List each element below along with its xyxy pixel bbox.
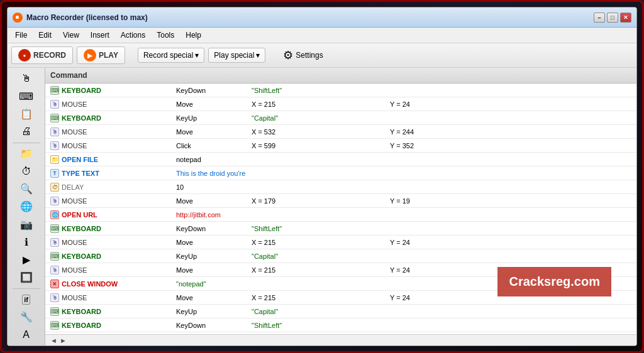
action-cell: Move xyxy=(171,265,247,275)
sidebar-item-timer[interactable]: ⏱ xyxy=(11,163,42,180)
sidebar-item-window[interactable]: 🔲 xyxy=(11,269,42,285)
menu-actions[interactable]: Actions xyxy=(116,29,150,41)
play-special-arrow: ▾ xyxy=(256,51,260,60)
cmd-cell: ⌨ KEYBOARD xyxy=(45,306,171,317)
menu-help[interactable]: Help xyxy=(180,29,206,41)
cmd-cell: 📁 OPEN FILE xyxy=(45,154,171,165)
search-icon: 🔍 xyxy=(20,183,33,195)
play-special-button[interactable]: Play special ▾ xyxy=(208,48,265,63)
action-cell: Move xyxy=(171,237,247,247)
sidebar-item-font[interactable]: A xyxy=(11,327,42,343)
record-button[interactable]: ● RECORD xyxy=(11,46,73,64)
param-cell: "Capital" xyxy=(247,113,385,123)
table-row[interactable]: 🖱 MOUSE Move X = 179 Y = 19 xyxy=(45,194,636,208)
cmd-cell: 🖱 MOUSE xyxy=(45,264,171,276)
record-label: RECORD xyxy=(33,51,66,60)
action-cell: http://jitbit.com xyxy=(171,210,247,220)
action-cell: KeyDown xyxy=(171,320,247,330)
sidebar-item-search[interactable]: 🔍 xyxy=(11,181,42,197)
table-row[interactable]: ⌨ KEYBOARD KeyDown "ShiftLeft" xyxy=(45,318,636,332)
scroll-right-btn[interactable]: ► xyxy=(60,337,67,344)
sidebar-item-if[interactable]: if xyxy=(11,291,42,308)
play-small-icon: ▶ xyxy=(23,254,30,266)
table-row[interactable]: 🌐 OPEN URL http://jitbit.com xyxy=(45,208,636,222)
table-row[interactable]: 📁 OPEN FILE notepad xyxy=(45,153,636,166)
timer-icon: ⏱ xyxy=(21,166,31,177)
sidebar-item-keyboard[interactable]: ⌨ xyxy=(11,88,42,104)
menu-file[interactable]: File xyxy=(10,29,32,41)
param-cell: X = 215 xyxy=(247,99,385,109)
sidebar-item-clipboard[interactable]: 📋 xyxy=(11,106,42,122)
mouse-icon: 🖱 xyxy=(21,73,31,84)
table-row[interactable]: 🖱 MOUSE Move X = 215 Y = 24 xyxy=(45,97,636,111)
action-cell: Move xyxy=(171,127,247,137)
sidebar-item-camera[interactable]: 📷 xyxy=(11,216,42,232)
param-cell: X = 179 xyxy=(247,196,385,206)
content-area: 🖱 ⌨ 📋 🖨 📁 ⏱ 🔍 🌐 📷 ℹ ▶ 🔲 if 🔧 A xyxy=(8,68,636,345)
menu-insert[interactable]: Insert xyxy=(86,29,114,41)
extra-cell xyxy=(385,214,479,216)
mouse-row-icon: 🖱 xyxy=(50,266,59,274)
param-cell xyxy=(247,158,385,161)
keyboard-row-icon: ⌨ xyxy=(50,321,59,330)
table-row[interactable]: ⌨ KEYBOARD KeyUp "Capital" xyxy=(45,249,636,263)
maximize-button[interactable]: □ xyxy=(607,13,618,23)
table-row[interactable]: 🖱 MOUSE Move X = 532 Y = 244 xyxy=(45,125,636,139)
col-header-extra xyxy=(385,70,479,81)
record-icon: ● xyxy=(18,49,31,62)
title-left: ⏺ Macro Recorder (licensed to max) xyxy=(13,13,148,23)
close-button[interactable]: ✕ xyxy=(620,13,631,23)
sidebar-item-web[interactable]: 🌐 xyxy=(11,198,42,215)
cmd-cell: ⌨ KEYBOARD xyxy=(45,112,171,124)
param-cell: X = 532 xyxy=(247,127,385,137)
action-cell: This is the droid you're looking for! xyxy=(171,168,247,178)
menu-tools[interactable]: Tools xyxy=(152,29,179,41)
cmd-cell: ⌨ KEYBOARD xyxy=(45,251,171,262)
table-row[interactable]: T TYPE TEXT This is the droid you're loo… xyxy=(45,166,636,180)
table-row[interactable]: 🖱 MOUSE Move X = 215 Y = 24 xyxy=(45,236,636,249)
record-special-button[interactable]: Record special ▾ xyxy=(138,48,204,63)
extra-cell: Y = 352 xyxy=(385,141,479,151)
table-row[interactable]: 🖱 MOUSE Click X = 599 Y = 352 xyxy=(45,139,636,153)
param-cell xyxy=(247,172,385,175)
action-cell: KeyUp xyxy=(171,307,247,317)
watermark: Cracksreg.com xyxy=(497,267,611,296)
extra-cell: Y = 244 xyxy=(385,127,479,137)
font-icon: A xyxy=(23,329,30,340)
delay-row-icon: ⏱ xyxy=(50,183,59,192)
text-row-icon: T xyxy=(50,169,59,178)
cmd-cell: ✕ CLOSE WINDOW xyxy=(45,278,171,290)
sidebar-item-folder[interactable]: 📁 xyxy=(11,146,42,162)
table-row[interactable]: ⌨ KEYBOARD KeyUp "Capital" xyxy=(45,111,636,125)
settings-button[interactable]: ⚙ Settings xyxy=(278,46,328,65)
extra-cell xyxy=(385,310,479,313)
sidebar-item-info[interactable]: ℹ xyxy=(11,234,42,250)
extra-cell xyxy=(385,283,479,285)
scroll-left-btn[interactable]: ◄ xyxy=(50,337,57,344)
action-cell: KeyUp xyxy=(171,113,247,123)
play-button[interactable]: ▶ PLAY xyxy=(77,46,125,64)
clipboard-icon: 📋 xyxy=(20,108,33,120)
table-row[interactable]: ⌨ KEYBOARD KeyUp "Capital" xyxy=(45,305,636,318)
table-row[interactable]: ⌨ KEYBOARD KeyDown "ShiftLeft" xyxy=(45,84,636,97)
param-cell xyxy=(247,283,385,285)
param-cell: "Capital" xyxy=(247,251,385,261)
keyboard-icon: ⌨ xyxy=(19,90,33,102)
col-header-param xyxy=(247,70,385,81)
menu-view[interactable]: View xyxy=(58,29,84,41)
menu-edit[interactable]: Edit xyxy=(33,29,57,41)
keyboard-row-icon: ⌨ xyxy=(50,224,59,233)
cmd-cell: ⏱ DELAY xyxy=(45,182,171,193)
sidebar-item-print[interactable]: 🖨 xyxy=(11,123,42,139)
file-row-icon: 📁 xyxy=(50,155,59,164)
web-icon: 🌐 xyxy=(20,200,33,212)
sidebar-item-play[interactable]: ▶ xyxy=(11,251,42,268)
keyboard-row-icon: ⌨ xyxy=(50,307,59,316)
extra-cell: Y = 19 xyxy=(385,196,479,206)
sidebar-item-misc[interactable]: 🔧 xyxy=(11,309,42,325)
table-row[interactable]: ⌨ KEYBOARD KeyDown "ShiftLeft" xyxy=(45,222,636,236)
sidebar-item-mouse[interactable]: 🖱 xyxy=(11,70,42,87)
table-row[interactable]: ⏱ DELAY 10 xyxy=(45,180,636,194)
keyboard-row-icon: ⌨ xyxy=(50,86,59,95)
minimize-button[interactable]: – xyxy=(594,13,605,23)
